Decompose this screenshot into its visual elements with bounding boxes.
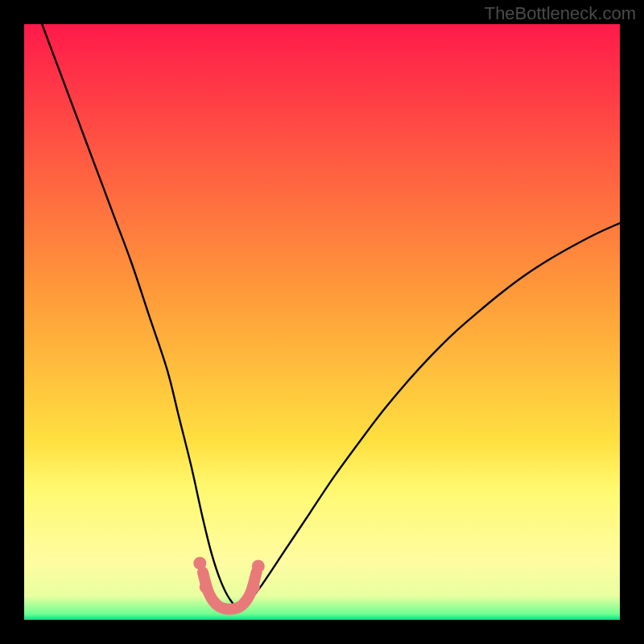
dot-right-upper [252,559,265,572]
gradient-background [24,24,620,620]
watermark-text: TheBottleneck.com [485,3,636,24]
chart-svg [24,24,620,620]
plot-area [24,24,620,620]
dot-right-lower [247,580,260,593]
dot-left-lower [200,580,213,593]
dot-left-upper [193,557,206,570]
